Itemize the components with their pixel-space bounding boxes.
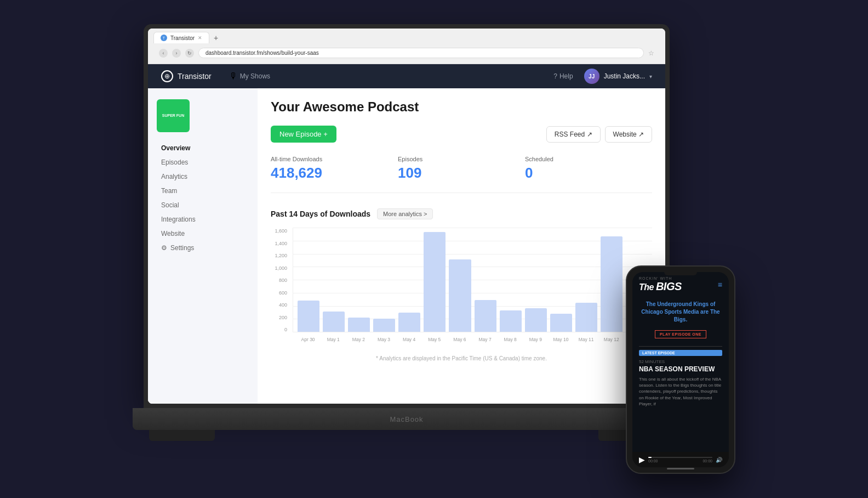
episodes-label: Episodes bbox=[398, 156, 525, 162]
app-main: SUPER FUN Overview Episodes Analytics Te… bbox=[148, 88, 665, 404]
laptop-screen: T Transistor ✕ + ‹ › ↻ dash bbox=[148, 29, 665, 404]
scheduled-value: 0 bbox=[525, 165, 652, 182]
chart-bar-group bbox=[323, 228, 345, 332]
chart-bar[interactable] bbox=[373, 319, 395, 332]
y-axis-label: 400 bbox=[279, 302, 287, 308]
chart-bar[interactable] bbox=[550, 314, 572, 332]
laptop: T Transistor ✕ + ‹ › ↻ dash bbox=[133, 24, 681, 441]
sidebar-item-analytics[interactable]: Analytics bbox=[157, 169, 249, 184]
sidebar-item-episodes[interactable]: Episodes bbox=[157, 155, 249, 169]
y-axis-label: 800 bbox=[279, 278, 287, 283]
help-link[interactable]: ? Help bbox=[553, 72, 573, 80]
x-axis-label: Apr 30 bbox=[297, 333, 319, 349]
chart-bar-group bbox=[373, 228, 395, 332]
volume-icon[interactable]: 🔊 bbox=[716, 457, 722, 463]
new-episode-button[interactable]: New Episode + bbox=[271, 126, 336, 143]
sidebar-item-overview[interactable]: Overview bbox=[157, 141, 249, 155]
more-analytics-button[interactable]: More analytics > bbox=[377, 208, 433, 219]
stat-downloads: All-time Downloads 418,629 bbox=[271, 156, 398, 182]
sidebar-item-social[interactable]: Social bbox=[157, 198, 249, 212]
chart-bar-group bbox=[525, 228, 547, 332]
x-axis-label: May 4 bbox=[398, 333, 420, 349]
x-axis-label: May 8 bbox=[499, 333, 521, 349]
x-axis-label: May 11 bbox=[575, 333, 597, 349]
chart-bar[interactable] bbox=[475, 300, 496, 332]
chart-section: Past 14 Days of Downloads More analytics… bbox=[271, 208, 652, 361]
chart-bar[interactable] bbox=[449, 259, 471, 332]
chart-bar[interactable] bbox=[525, 308, 547, 332]
progress-bar[interactable] bbox=[648, 457, 712, 458]
podcast-title: Your Awesome Podcast bbox=[271, 99, 652, 115]
time-end: 00:00 bbox=[703, 459, 712, 463]
tab-close-btn[interactable]: ✕ bbox=[198, 35, 202, 41]
latest-episode-badge: Latest Episode bbox=[639, 350, 722, 356]
play-episode-one-button[interactable]: Play Episode One bbox=[655, 330, 706, 338]
phone-menu-icon[interactable]: ≡ bbox=[718, 280, 722, 289]
logo-text: Transistor bbox=[178, 72, 212, 81]
sidebar-item-team[interactable]: Team bbox=[157, 184, 249, 198]
tab-bar: T Transistor ✕ + bbox=[153, 32, 660, 43]
app-header: ⊕ Transistor 🎙 My Shows ? Help bbox=[148, 64, 665, 88]
phone-home-indicator bbox=[667, 468, 694, 469]
avatar: JJ bbox=[584, 69, 599, 84]
forward-btn[interactable]: › bbox=[172, 49, 181, 58]
new-tab-btn[interactable]: + bbox=[212, 33, 220, 42]
chart-bar-group bbox=[601, 228, 623, 332]
chart-bar-group bbox=[475, 228, 496, 332]
settings-icon: ⚙ bbox=[161, 244, 167, 252]
phone-app-header: ROCKIN' WITH The BIGS ≡ bbox=[632, 272, 729, 296]
y-axis-label: 1,200 bbox=[275, 253, 287, 258]
chart-bar[interactable] bbox=[601, 236, 623, 332]
x-axis-label: May 1 bbox=[322, 333, 344, 349]
logo-icon: ⊕ bbox=[161, 70, 173, 82]
chart-bar[interactable] bbox=[500, 310, 522, 332]
phone-episode: 52 MINUTES NBA SEASON PREVIEW This one i… bbox=[632, 359, 729, 407]
downloads-label: All-time Downloads bbox=[271, 156, 398, 162]
sidebar-item-integrations[interactable]: Integrations bbox=[157, 212, 249, 227]
phone: ROCKIN' WITH The BIGS ≡ The Underground … bbox=[626, 265, 735, 474]
chart-bar[interactable] bbox=[424, 232, 446, 332]
phone-hero-title: The Underground Kings of Chicago Sports … bbox=[639, 301, 722, 324]
sidebar-item-website[interactable]: Website bbox=[157, 227, 249, 241]
chart-bar[interactable] bbox=[348, 318, 370, 332]
x-axis-label: May 3 bbox=[373, 333, 395, 349]
x-axis-label: May 2 bbox=[347, 333, 369, 349]
header-right: ? Help JJ Justin Jacks... ▾ bbox=[553, 69, 652, 84]
chart-bar[interactable] bbox=[398, 313, 420, 332]
user-menu[interactable]: JJ Justin Jacks... ▾ bbox=[584, 69, 652, 84]
chart-bar[interactable] bbox=[575, 303, 597, 332]
my-shows-nav[interactable]: 🎙 My Shows bbox=[229, 71, 270, 81]
y-axis-label: 600 bbox=[279, 290, 287, 296]
browser-tab[interactable]: T Transistor ✕ bbox=[153, 32, 209, 43]
stats-row: All-time Downloads 418,629 Episodes 109 … bbox=[271, 156, 652, 193]
website-button[interactable]: Website ↗ bbox=[605, 126, 652, 143]
chart-bar[interactable] bbox=[323, 312, 345, 332]
phone-play-icon[interactable]: ▶ bbox=[639, 455, 645, 464]
action-bar: New Episode + RSS Feed ↗ Website ↗ bbox=[271, 126, 652, 143]
chart-x-axis: Apr 30May 1May 2May 3May 4May 5May 6May … bbox=[293, 333, 652, 349]
refresh-btn[interactable]: ↻ bbox=[185, 49, 194, 58]
x-axis-label: May 12 bbox=[601, 333, 623, 349]
chart-bar-group bbox=[298, 228, 319, 332]
phone-screen: ROCKIN' WITH The BIGS ≡ The Underground … bbox=[632, 272, 729, 467]
chart-bar-group bbox=[348, 228, 370, 332]
y-axis-label: 200 bbox=[279, 315, 287, 320]
laptop-base bbox=[133, 408, 681, 430]
chart-footer: * Analytics are displayed in the Pacific… bbox=[271, 355, 652, 361]
chart-bar-group bbox=[398, 228, 420, 332]
sidebar-item-settings[interactable]: ⚙ Settings bbox=[157, 241, 249, 255]
chart-container: 1,6001,4001,2001,0008006004002000 Apr 30… bbox=[271, 228, 652, 349]
sidebar-nav: Overview Episodes Analytics Team Social … bbox=[157, 141, 249, 255]
stat-episodes: Episodes 109 bbox=[398, 156, 525, 182]
chart-bar[interactable] bbox=[298, 301, 319, 332]
bookmark-icon[interactable]: ☆ bbox=[648, 49, 654, 57]
url-input[interactable]: dashboard.transistor.fm/shows/build-your… bbox=[198, 48, 644, 58]
thumbnail-text: SUPER FUN bbox=[162, 114, 184, 118]
back-btn[interactable]: ‹ bbox=[159, 49, 168, 58]
rss-feed-button[interactable]: RSS Feed ↗ bbox=[546, 126, 601, 143]
action-right: RSS Feed ↗ Website ↗ bbox=[546, 126, 652, 143]
help-label: Help bbox=[559, 72, 573, 80]
chart-title: Past 14 Days of Downloads bbox=[271, 210, 370, 218]
scheduled-label: Scheduled bbox=[525, 156, 652, 162]
y-axis-label: 1,000 bbox=[275, 265, 287, 271]
